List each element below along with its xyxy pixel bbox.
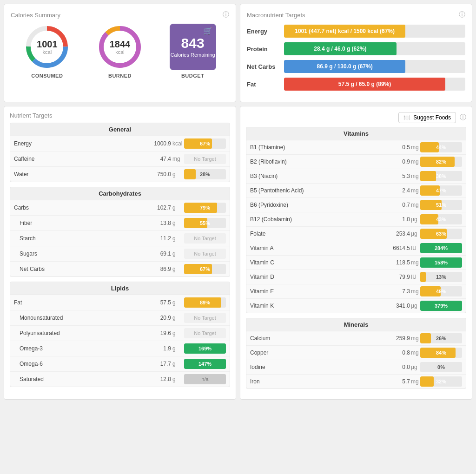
nutrient-bar-cell: 147% <box>184 359 226 369</box>
na-cell: n/a <box>184 374 226 384</box>
no-target-cell: No Target <box>184 328 226 338</box>
macro-bar-container: 28.4 g / 46.0 g (62%) <box>284 42 465 55</box>
burned-unit: kcal <box>110 49 131 55</box>
nutrient-name: Monounsaturated <box>20 315 143 321</box>
mineral-name: Copper <box>250 349 384 356</box>
minerals-container: Minerals Calcium 259.9 mg 26% Copper 0.8… <box>246 318 466 389</box>
macro-label: Fat <box>247 81 284 88</box>
mineral-unit: mg <box>410 378 420 385</box>
nutrient-row: Energy 1000.9 kcal 67% <box>10 136 230 151</box>
suggest-foods-button[interactable]: 🍽️ Suggest Foods <box>398 112 456 123</box>
macro-bar-text: 28.4 g / 46.0 g (62%) <box>314 46 366 52</box>
nutrient-value: 1000.9 <box>143 140 171 147</box>
nutrient-bar-fill <box>184 169 196 179</box>
vit-bar-fill <box>420 272 426 282</box>
budget-value: 843 <box>181 36 205 50</box>
nutrient-bar-cell: 169% <box>184 343 226 354</box>
vit-bar-text: 38% <box>436 173 446 179</box>
nutrient-bar-wrap: 67% <box>184 264 226 274</box>
mineral-row: Iron 5.7 mg 32% <box>246 375 466 388</box>
nutrient-name: Energy <box>14 140 143 147</box>
nutrient-bar-wrap: 79% <box>184 203 226 213</box>
vitamins-group: Vitamins B1 (Thiamine) 0.5 mg 44% B2 (Ri… <box>246 127 466 313</box>
vitamin-bar-cell: 51% <box>420 200 462 210</box>
nutrient-name: Net Carbs <box>20 266 143 272</box>
vitamin-bar-cell: 379% <box>420 301 462 311</box>
vitamin-name: Folate <box>250 230 384 237</box>
vitamin-bar-cell: 43% <box>420 214 462 224</box>
no-target-cell: No Target <box>184 233 226 244</box>
no-target-cell: No Target <box>184 249 226 259</box>
macro-targets-panel: Macronutrient Targets ⓘ Energy 1001 (447… <box>240 4 472 102</box>
nutrient-name: Starch <box>20 235 143 242</box>
vitamin-name: Vitamin A <box>250 245 384 251</box>
mineral-unit: mg <box>410 349 420 356</box>
vitamin-value: 1.0 <box>384 216 410 223</box>
vit-bar-wrap: 158% <box>420 257 462 268</box>
no-target-cell: No Target <box>184 313 226 323</box>
nutrient-unit: mg <box>171 156 184 162</box>
mineral-value: 0.8 <box>384 349 410 356</box>
no-target-cell: No Target <box>184 154 226 164</box>
mineral-value: 5.7 <box>384 378 410 385</box>
vitamin-unit: μg <box>410 303 420 309</box>
budget-label: BUDGET <box>181 73 204 79</box>
nutrient-name: Saturated <box>20 376 143 382</box>
vit-bar-text: 158% <box>435 260 448 265</box>
vit-bar-text: 26% <box>436 336 446 341</box>
nutrient-name: Omega-6 <box>20 361 143 367</box>
vitamin-bar-cell: 38% <box>420 171 462 181</box>
vitamin-value: 0.9 <box>384 158 410 165</box>
nutrient-bar-text: 67% <box>200 141 210 146</box>
vitamins-info-icon[interactable]: ⓘ <box>460 113 466 122</box>
mineral-unit: μg <box>410 364 420 370</box>
vit-bar-wrap: 82% <box>420 157 462 167</box>
mineral-unit: mg <box>410 335 420 342</box>
vitamin-value: 5.3 <box>384 173 410 179</box>
nutrient-name: Carbs <box>14 204 143 211</box>
nutrient-bar-cell: 89% <box>184 297 226 308</box>
calories-info-icon[interactable]: ⓘ <box>223 11 229 19</box>
budget-icon: 🛒 <box>203 26 212 35</box>
vitamin-value: 0.5 <box>384 144 410 151</box>
macro-label: Protein <box>247 46 284 53</box>
nutrient-bar-wrap: 55% <box>184 218 226 228</box>
nutrient-name: Sugars <box>20 250 143 257</box>
macro-info-icon[interactable]: ⓘ <box>459 11 465 19</box>
vit-bar-wrap: 26% <box>420 333 462 343</box>
nutrient-row: Saturated 12.8 g n/a <box>10 372 230 387</box>
vit-bar-text: 63% <box>436 231 446 237</box>
mineral-name: Iron <box>250 378 384 385</box>
nutrient-value: 13.8 <box>143 220 171 226</box>
vit-bar-text: 32% <box>436 379 446 384</box>
vitamin-value: 253.4 <box>384 230 410 237</box>
nutrient-bar-cell: 28% <box>184 169 226 179</box>
vit-bar-text: 43% <box>436 217 446 222</box>
nutrient-name: Fiber <box>20 220 143 226</box>
vitamin-bar-cell: 82% <box>420 157 462 167</box>
vitamin-bar-cell: 13% <box>420 272 462 282</box>
vitamins-container: Vitamins B1 (Thiamine) 0.5 mg 44% B2 (Ri… <box>246 127 466 313</box>
mineral-name: Calcium <box>250 335 384 342</box>
vit-bar-wrap: 0% <box>420 362 462 372</box>
vitamin-name: Vitamin D <box>250 274 384 280</box>
macro-targets-title: Macronutrient Targets <box>247 12 305 19</box>
nutrient-bar-wrap: 89% <box>184 297 226 308</box>
vit-bar-fill <box>420 333 431 343</box>
vit-bar-text: 284% <box>435 245 448 251</box>
nutrient-unit: g <box>171 361 184 367</box>
macro-label: Energy <box>247 28 284 35</box>
nutrient-name: Fat <box>14 299 143 306</box>
nutrient-row: Sugars 69.1 g No Target <box>10 246 230 262</box>
vitamin-name: Vitamin C <box>250 259 384 266</box>
vitamin-unit: mg <box>410 288 420 295</box>
macro-bar-container: 1001 (447.7 net) kcal / 1500 kcal (67%) <box>284 25 465 38</box>
nutrient-row: Starch 11.2 g No Target <box>10 231 230 246</box>
macro-row: Protein 28.4 g / 46.0 g (62%) <box>247 42 465 55</box>
nutrient-row: Carbs 102.7 g 79% <box>10 200 230 216</box>
nutrient-unit: g <box>171 345 184 352</box>
nutrient-group-title: General <box>10 123 230 136</box>
macro-bar-text: 57.5 g / 65.0 g (89%) <box>338 81 391 87</box>
vit-bar-wrap: 84% <box>420 348 462 358</box>
vitamin-name: B1 (Thiamine) <box>250 144 384 151</box>
